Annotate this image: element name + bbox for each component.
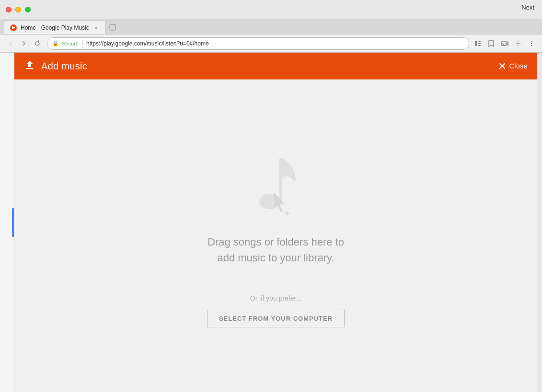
- close-button[interactable]: Close: [498, 62, 528, 70]
- url-text: https://play.google.com/music/listen?u=0…: [86, 40, 209, 47]
- svg-rect-2: [478, 41, 481, 42]
- address-bar-row: 🔒 Secure | https://play.google.com/music…: [47, 37, 537, 50]
- sidebar: [0, 53, 14, 392]
- svg-point-8: [531, 43, 532, 44]
- address-bar[interactable]: 🔒 Secure | https://play.google.com/music…: [47, 37, 469, 50]
- svg-text:+: +: [284, 208, 290, 219]
- secure-text: Secure: [62, 41, 79, 46]
- upload-icon: [24, 59, 35, 73]
- browser-chrome: 🔒 Secure | https://play.google.com/music…: [0, 34, 542, 53]
- new-tab-button[interactable]: [106, 21, 119, 34]
- svg-rect-3: [478, 43, 481, 44]
- add-music-left: Add music: [24, 59, 87, 73]
- select-from-computer-button[interactable]: SELECT FROM YOUR COMPUTER: [207, 310, 345, 327]
- svg-point-7: [531, 41, 532, 42]
- bookmark-button[interactable]: [485, 38, 497, 49]
- extensions-button[interactable]: [512, 38, 524, 49]
- drop-zone[interactable]: + Drag songs or folders here to add musi…: [14, 79, 537, 392]
- add-music-header: Add music Close: [14, 53, 537, 79]
- svg-point-6: [518, 43, 519, 44]
- sidebar-indicator: [12, 208, 14, 237]
- main-content: Add music Close: [14, 53, 537, 392]
- scrollbar[interactable]: [537, 53, 542, 392]
- music-note-icon: +: [245, 144, 307, 221]
- close-label: Close: [509, 62, 528, 70]
- cast-button[interactable]: [499, 38, 510, 49]
- browser-actions: [472, 38, 537, 49]
- music-icon-area: +: [245, 144, 307, 223]
- menu-button[interactable]: [526, 38, 537, 49]
- drag-instruction: Drag songs or folders here to add music …: [208, 234, 344, 266]
- lock-icon: 🔒: [52, 40, 59, 46]
- forward-button[interactable]: [18, 38, 30, 49]
- back-button[interactable]: [5, 38, 16, 49]
- traffic-lights: [6, 7, 31, 12]
- prefer-text: Or, if you prefer...: [250, 294, 301, 302]
- tab-title: Home - Google Play Music: [21, 24, 89, 31]
- close-window-button[interactable]: [6, 7, 12, 12]
- active-tab[interactable]: ▶ Home - Google Play Music ×: [4, 21, 106, 34]
- reader-view-button[interactable]: [472, 38, 484, 49]
- browser-content: Add music Close: [0, 53, 542, 392]
- reload-button[interactable]: [32, 38, 43, 49]
- svg-rect-1: [475, 41, 477, 46]
- tab-close-button[interactable]: ×: [93, 24, 100, 31]
- next-label: Next: [521, 4, 534, 11]
- svg-rect-11: [279, 158, 282, 202]
- svg-point-9: [531, 45, 532, 45]
- minimize-window-button[interactable]: [15, 7, 21, 12]
- nav-buttons: [5, 38, 43, 49]
- tab-bar: ▶ Home - Google Play Music ×: [0, 19, 542, 34]
- maximize-window-button[interactable]: [25, 7, 31, 12]
- add-music-title: Add music: [41, 61, 87, 72]
- tab-favicon: ▶: [10, 24, 17, 31]
- title-bar: Next: [0, 0, 542, 19]
- svg-rect-0: [110, 24, 115, 30]
- svg-rect-4: [478, 45, 481, 46]
